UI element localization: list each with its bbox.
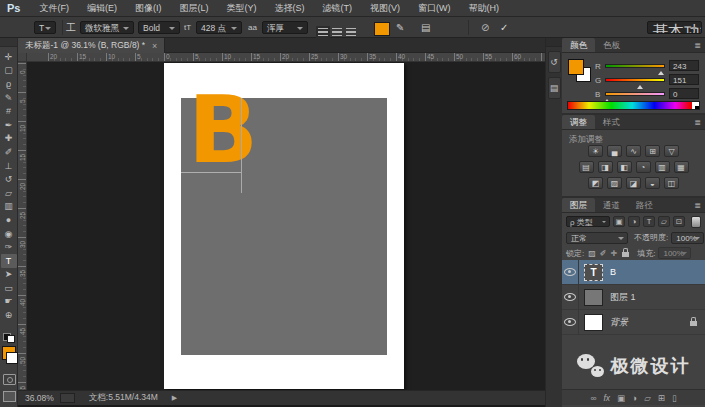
layer-row[interactable]: 图层 1 — [562, 285, 705, 310]
blend-mode-select[interactable]: 正常 — [566, 232, 628, 244]
new-adjustment-layer-button[interactable]: ◑ — [632, 393, 637, 403]
tool-healing-brush[interactable]: ✚ — [1, 132, 17, 146]
tool-eyedropper[interactable]: ✒ — [1, 118, 17, 132]
visibility-toggle[interactable] — [562, 285, 579, 310]
align-center-button[interactable] — [332, 28, 342, 36]
tool-path-selection[interactable]: ➤ — [1, 268, 17, 282]
channel-value-field[interactable]: 151 — [669, 74, 699, 85]
menu-item[interactable]: 类型(Y) — [217, 0, 265, 16]
channel-slider[interactable] — [605, 64, 665, 68]
tool-gradient[interactable]: ▥ — [1, 200, 17, 214]
filter-type-layers[interactable]: T — [643, 216, 655, 227]
foreground-color-swatch[interactable] — [568, 59, 584, 75]
layer-name[interactable]: 背景 — [610, 316, 685, 329]
new-group-button[interactable]: ▱ — [644, 393, 651, 403]
tool-preset-picker[interactable]: T — [34, 21, 56, 34]
tool-hand[interactable]: ☛ — [1, 295, 17, 309]
slider-thumb[interactable] — [637, 82, 643, 89]
visibility-toggle[interactable] — [562, 310, 579, 335]
tool-crop[interactable]: # — [1, 104, 17, 118]
menu-item[interactable]: 视图(V) — [361, 0, 409, 16]
tool-pen[interactable]: ✑ — [1, 240, 17, 254]
layer-name[interactable]: B — [610, 267, 705, 277]
adjustment-selective-color[interactable]: ◫ — [664, 177, 679, 189]
tool-blur[interactable]: ● — [1, 213, 17, 227]
text-color-swatch[interactable] — [374, 22, 390, 36]
tool-marquee[interactable]: ▢ — [1, 64, 17, 78]
visibility-toggle[interactable] — [562, 260, 579, 285]
dock-properties-panel[interactable]: ▤ — [548, 77, 561, 99]
fill-select[interactable]: 100% — [658, 247, 691, 259]
layer-thumbnail[interactable] — [584, 289, 603, 306]
text-layer-letter[interactable]: B — [188, 85, 258, 177]
document-page[interactable]: B — [164, 63, 404, 389]
black-swatch[interactable] — [695, 106, 699, 110]
cancel-edit-button[interactable]: ⊘ — [481, 21, 489, 34]
menu-item[interactable]: 窗口(W) — [409, 0, 460, 16]
adjustment-color-lookup[interactable]: ▦ — [674, 161, 689, 173]
filter-pixel-layers[interactable]: ▣ — [613, 216, 625, 227]
channel-value-field[interactable]: 243 — [669, 60, 699, 71]
adjustment-threshold[interactable]: ◪ — [626, 177, 641, 189]
opacity-select[interactable]: 100% — [671, 232, 704, 244]
panel-menu-icon[interactable]: ≣ — [694, 202, 701, 210]
lock-move[interactable]: ✛ — [611, 249, 618, 258]
adjustment-curves[interactable]: ∿ — [626, 145, 641, 157]
menu-item[interactable]: 文件(F) — [30, 0, 78, 16]
tool-type[interactable]: T — [1, 254, 17, 268]
add-mask-button[interactable]: ▣ — [617, 393, 625, 403]
filter-adjustment-layers[interactable]: ◑ — [628, 216, 640, 227]
new-layer-button[interactable]: ⊞ — [658, 393, 665, 403]
adjustment-photo-filter[interactable]: ◔ — [636, 161, 651, 173]
dock-grip[interactable] — [546, 38, 562, 47]
adjustment-color-balance[interactable]: ◨ — [598, 161, 613, 173]
font-style-select[interactable]: Bold — [138, 21, 180, 34]
filter-smart-objects[interactable]: ⊡ — [673, 216, 685, 227]
lock-paint[interactable]: ✐ — [600, 249, 607, 258]
layer-row[interactable]: 背景 — [562, 310, 705, 335]
vertical-ruler[interactable]: 0510152025303540455055 — [18, 62, 27, 390]
panel-tab[interactable]: 路径 — [628, 198, 661, 212]
panel-tab[interactable]: 色板 — [595, 38, 628, 52]
horizontal-ruler[interactable]: 2015105051015202530354045505560 — [27, 53, 545, 62]
text-orientation-toggle-icon[interactable]: 工 — [66, 21, 76, 34]
align-left-button[interactable] — [318, 28, 328, 36]
panel-tab[interactable]: 调整 — [562, 115, 595, 129]
menu-item[interactable]: 图层(L) — [170, 0, 217, 16]
adjustment-exposure[interactable]: ⊞ — [645, 145, 660, 157]
warp-text-button[interactable]: ✎ — [396, 21, 404, 34]
adjustment-channel-mixer[interactable]: ▥ — [655, 161, 670, 173]
commit-edit-button[interactable]: ✓ — [500, 21, 508, 34]
panel-menu-icon[interactable]: ≣ — [694, 119, 701, 127]
panel-tab[interactable]: 通道 — [595, 198, 628, 212]
panel-tab[interactable]: 图层 — [562, 198, 595, 212]
layer-name[interactable]: 图层 1 — [610, 291, 705, 304]
tool-dodge[interactable]: ◉ — [1, 227, 17, 241]
tool-eraser[interactable]: ▱ — [1, 186, 17, 200]
menu-item[interactable]: 帮助(H) — [459, 0, 508, 16]
channel-value-field[interactable]: 0 — [669, 88, 699, 99]
layer-thumbnail[interactable] — [584, 314, 603, 331]
adjustment-hue-saturation[interactable]: ▤ — [579, 161, 594, 173]
tool-lasso[interactable]: ϱ — [1, 77, 17, 91]
dock-history-panel[interactable]: ↺ — [548, 51, 561, 73]
font-family-select[interactable]: 微软雅黑 — [80, 21, 134, 34]
tool-clone-stamp[interactable]: ⊥ — [1, 159, 17, 173]
background-color-swatch[interactable] — [6, 352, 18, 364]
close-tab-icon[interactable]: × — [152, 41, 157, 51]
align-right-button[interactable] — [346, 28, 356, 36]
toolbox-grip[interactable] — [0, 38, 17, 47]
canvas-pasteboard[interactable]: B — [27, 62, 545, 390]
filter-shape-layers[interactable]: ▱ — [658, 216, 670, 227]
layer-row[interactable]: T B — [562, 260, 705, 285]
default-colors-icon[interactable] — [3, 333, 15, 343]
toggle-panels-button[interactable]: ▤ — [421, 21, 430, 34]
workspace-switcher[interactable]: 基本功能 — [647, 21, 702, 34]
slider-thumb[interactable] — [658, 68, 664, 75]
lock-transparency[interactable]: ▨ — [588, 249, 596, 258]
tool-brush[interactable]: ✐ — [1, 145, 17, 159]
document-tab[interactable]: 未标题-1 @ 36.1% (B, RGB/8) * × — [18, 38, 165, 53]
adjustment-black-white[interactable]: ◧ — [617, 161, 632, 173]
tool-quick-selection[interactable]: ✎ — [1, 91, 17, 105]
screen-mode-button[interactable] — [3, 391, 16, 402]
